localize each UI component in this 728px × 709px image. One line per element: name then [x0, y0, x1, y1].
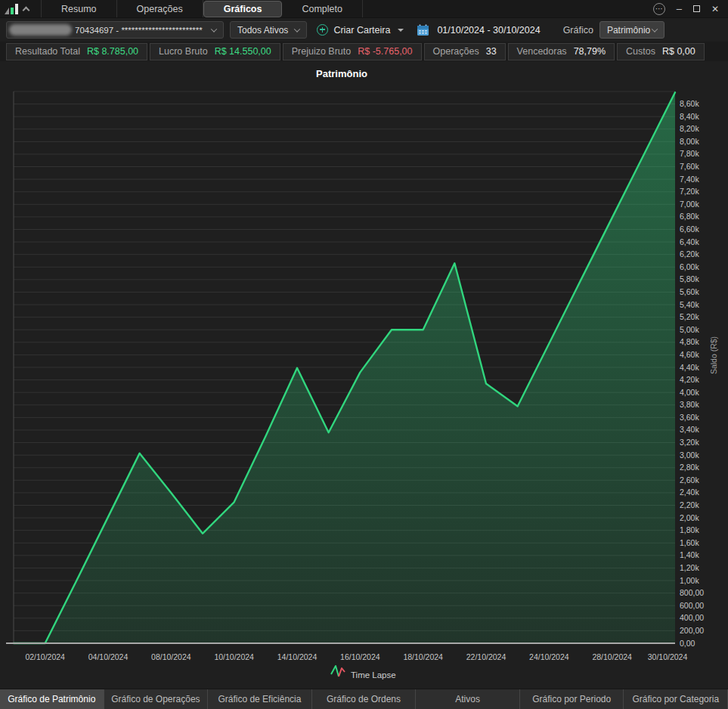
chart-title: Patrimônio [316, 68, 367, 79]
y-tick-label: 7,80k [680, 149, 699, 158]
stat-operacoes-value: 33 [486, 46, 497, 57]
collapse-chevron-up-icon[interactable] [23, 7, 30, 14]
x-tick-label: 04/10/2024 [88, 652, 129, 661]
y-tick-label: 3,80k [680, 400, 699, 409]
y-tick-label: 3,00k [680, 450, 699, 460]
bottomtab-ativos[interactable]: Ativos [416, 689, 520, 709]
y-tick-label: 200,00 [680, 626, 704, 635]
maximize-button[interactable] [693, 5, 700, 12]
calendar-icon[interactable] [417, 24, 429, 36]
y-tick-label: 5,60k [680, 287, 699, 296]
account-select-value: 70434697 - ************************ [75, 26, 205, 35]
y-tick-label: 4,00k [680, 388, 699, 397]
x-tick-label: 14/10/2024 [277, 652, 318, 661]
y-tick-label: 5,40k [680, 300, 699, 309]
legend-pulse-icon-red [339, 668, 345, 676]
stat-vencedoras-label: Vencedoras [517, 46, 567, 57]
stat-custos: CustosR$ 0,00 [617, 43, 705, 60]
y-tick-label: 3,60k [680, 413, 699, 422]
y-tick-label: 5,80k [680, 274, 699, 283]
y-tick-label: 0,00 [680, 639, 695, 648]
y-tick-label: 8,60k [680, 99, 699, 108]
y-tick-label: 2,40k [680, 488, 699, 497]
chart-view-tabs: Gráfico de PatrimônioGráfico de Operaçõe… [0, 689, 728, 709]
x-tick-label: 08/10/2024 [151, 652, 191, 661]
patrimonio-area-chart: 0,00200,00400,00600,00800,001,00k1,20k1,… [0, 61, 728, 689]
assets-filter-select[interactable]: Todos Ativos [230, 21, 307, 39]
bottomtab-grafico-de-ordens-label: Gráfico de Ordens [327, 694, 401, 704]
stat-vencedoras: Vencedoras78,79% [508, 43, 615, 60]
y-tick-label: 6,60k [680, 224, 699, 234]
y-tick-label: 600,00 [680, 601, 704, 610]
bottomtab-grafico-por-periodo-label: Gráfico por Periodo [532, 694, 611, 704]
chevron-down-icon [652, 26, 658, 32]
bottomtab-grafico-de-ordens[interactable]: Gráfico de Ordens [312, 689, 417, 709]
stat-prejuizo-bruto: Prejuizo BrutoR$ -5.765,00 [283, 43, 422, 60]
plus-circle-icon [317, 24, 328, 36]
bottomtab-grafico-por-periodo[interactable]: Gráfico por Periodo [520, 689, 624, 709]
stat-custos-value: R$ 0,00 [662, 46, 695, 57]
tab-operacoes-label: Operações [137, 4, 183, 14]
y-tick-label: 4,40k [680, 363, 699, 372]
stat-prejuizo-bruto-value: R$ -5.765,00 [358, 46, 412, 57]
x-tick-label: 02/10/2024 [25, 652, 65, 661]
chevron-down-icon [294, 26, 300, 32]
y-tick-label: 6,20k [680, 249, 699, 259]
y-tick-label: 2,00k [680, 513, 699, 522]
close-button[interactable]: ✕ [711, 4, 719, 14]
chart-type-select[interactable]: Patrimônio [599, 21, 664, 39]
window-controls: ··· – ✕ [653, 3, 728, 15]
y-tick-label: 5,00k [680, 325, 699, 334]
y-tick-label: 3,20k [680, 438, 699, 447]
account-select[interactable]: 70434697 - ************************ [6, 21, 224, 39]
stat-lucro-bruto-label: Lucro Bruto [159, 46, 208, 57]
legend[interactable]: Time Lapse [331, 666, 396, 680]
y-tick-label: 1,20k [680, 563, 699, 572]
y-tick-label: 2,20k [680, 500, 699, 509]
y-tick-label: 8,00k [680, 137, 699, 146]
y-tick-label: 8,40k [680, 112, 699, 121]
stat-lucro-bruto-value: R$ 14.550,00 [215, 46, 271, 57]
tab-graficos-label: Gráficos [224, 4, 262, 14]
y-tick-label: 5,20k [680, 312, 699, 321]
bottomtab-grafico-por-categoria[interactable]: Gráfico por Categoria [624, 689, 728, 709]
y-tick-label: 7,00k [680, 200, 699, 209]
bottomtab-grafico-por-categoria-label: Gráfico por Categoria [632, 694, 719, 704]
tab-operacoes[interactable]: Operações [117, 0, 203, 17]
stat-resultado-total-value: R$ 8.785,00 [87, 46, 138, 57]
bottomtab-grafico-de-operacoes-label: Gráfico de Operações [111, 694, 200, 704]
tab-completo[interactable]: Completo [282, 0, 363, 17]
chart-select-label: Gráfico [563, 25, 593, 36]
y-tick-label: 1,00k [680, 576, 699, 585]
tab-resumo-label: Resumo [61, 4, 97, 14]
y-tick-label: 6,80k [680, 212, 699, 221]
x-tick-label: 22/10/2024 [466, 652, 507, 661]
create-portfolio-button[interactable]: Criar Carteira [313, 24, 407, 36]
assets-filter-value: Todos Ativos [237, 25, 288, 36]
caret-down-icon [398, 29, 404, 32]
summary-stats-row: Resultado TotalR$ 8.785,00Lucro BrutoR$ … [0, 42, 728, 61]
date-range[interactable]: 01/10/2024 - 30/10/2024 [437, 25, 540, 36]
bottomtab-grafico-de-patrimonio[interactable]: Gráfico de Patrimônio [0, 689, 104, 709]
stat-resultado-total: Resultado TotalR$ 8.785,00 [6, 43, 147, 60]
app-logo-icon [5, 3, 18, 14]
y-tick-label: 1,40k [680, 550, 699, 559]
bottomtab-grafico-de-eficiencia[interactable]: Gráfico de Eficiência [208, 689, 312, 709]
legend-pulse-icon-green [331, 666, 339, 676]
more-options-icon[interactable]: ··· [653, 3, 665, 15]
stat-lucro-bruto: Lucro BrutoR$ 14.550,00 [150, 43, 280, 60]
minimize-button[interactable]: – [677, 5, 682, 13]
chart-area: 0,00200,00400,00600,00800,001,00k1,20k1,… [0, 61, 728, 689]
create-portfolio-label: Criar Carteira [333, 25, 390, 36]
tab-completo-label: Completo [302, 4, 342, 14]
y-tick-label: 6,40k [680, 237, 699, 246]
legend-label: Time Lapse [351, 670, 396, 680]
equity-area-fill [14, 92, 675, 643]
y-tick-label: 8,20k [680, 124, 699, 133]
bottomtab-grafico-de-operacoes[interactable]: Gráfico de Operações [104, 689, 209, 709]
tab-resumo[interactable]: Resumo [41, 0, 117, 17]
y-tick-label: 7,20k [680, 187, 699, 196]
y-tick-label: 3,40k [680, 425, 699, 434]
tab-graficos[interactable]: Gráficos [203, 1, 283, 17]
x-tick-label: 28/10/2024 [592, 652, 632, 661]
